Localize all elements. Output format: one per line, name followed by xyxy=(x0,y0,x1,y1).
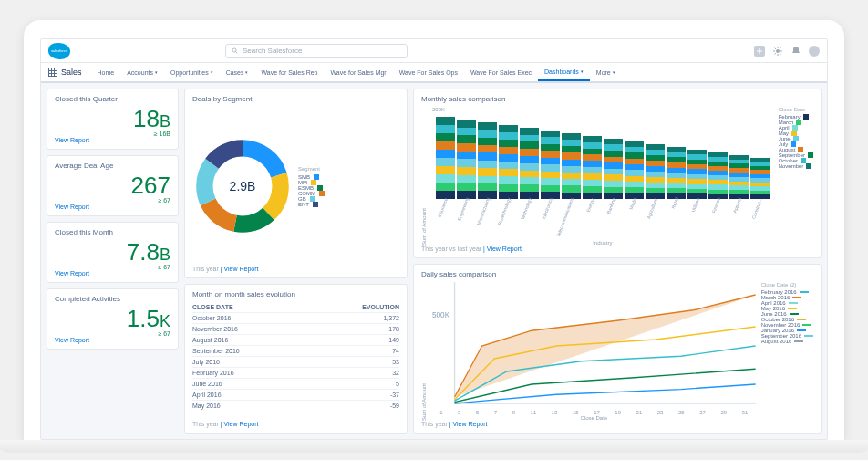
card-title: Deals by Segment xyxy=(192,95,399,103)
table-row[interactable]: October 20161,372 xyxy=(192,312,399,323)
cell-date: October 2016 xyxy=(192,315,231,321)
nav-item-more[interactable]: More▾ xyxy=(590,63,622,81)
nav-item-cases[interactable]: Cases▾ xyxy=(220,63,255,81)
svg-point-3 xyxy=(776,49,780,53)
nav-item-accounts[interactable]: Accounts▾ xyxy=(120,63,164,81)
bar xyxy=(562,133,581,199)
card-title: Average Deal Age xyxy=(55,162,170,170)
view-report-link[interactable]: View Report xyxy=(224,266,259,272)
bar xyxy=(478,122,497,199)
cell-value: 74 xyxy=(392,348,399,354)
nav-item-wave-for-sales-rep[interactable]: Wave for Sales Rep xyxy=(254,63,324,81)
nav-item-wave-for-sales-ops[interactable]: Wave For Sales Ops xyxy=(393,63,464,81)
metric-value: 1.5K xyxy=(55,307,170,330)
cell-date: September 2016 xyxy=(192,348,240,354)
segment-legend: Segment SMBMMESMBCOMMGBENT xyxy=(298,166,325,207)
bell-icon[interactable] xyxy=(790,46,801,57)
laptop-frame: salesforce Search Salesforce Sales HomeA… xyxy=(24,20,844,440)
chevron-down-icon: ▾ xyxy=(155,69,158,75)
view-report-link[interactable]: View Report xyxy=(55,270,170,277)
bar xyxy=(729,155,749,199)
table-row[interactable]: June 20165 xyxy=(192,378,399,389)
legend-swatch xyxy=(806,163,811,169)
line-chart: 500K xyxy=(432,282,756,410)
view-report-link[interactable]: View Report xyxy=(453,421,488,427)
cell-date: April 2016 xyxy=(192,392,222,398)
cell-date: May 2016 xyxy=(192,402,221,409)
salesforce-logo[interactable]: salesforce xyxy=(48,43,70,59)
card-completed: Completed Activities 1.5K ≥ 67 View Repo… xyxy=(46,288,179,350)
donut-chart: 2.9B xyxy=(192,136,293,236)
gear-icon[interactable] xyxy=(772,46,783,57)
bar xyxy=(541,131,560,199)
nav-item-wave-for-sales-exec[interactable]: Wave For Sales Exec xyxy=(464,63,538,81)
avatar[interactable] xyxy=(809,46,820,57)
table-row[interactable]: July 201653 xyxy=(192,356,399,367)
metric-sub: ≥ 16B xyxy=(55,131,170,137)
view-report-link[interactable]: View Report xyxy=(55,204,170,210)
table-row[interactable]: August 2016149 xyxy=(192,334,399,345)
view-report-link[interactable]: View Report xyxy=(224,421,259,427)
legend-item: ENT xyxy=(298,202,325,207)
card-evolution: Month on month sales evolution CLOSE DAT… xyxy=(184,284,408,434)
right-column: Monthly sales comparison Sum of Amount 2… xyxy=(413,89,822,434)
search-placeholder: Search Salesforce xyxy=(243,47,302,55)
legend-swatch xyxy=(319,191,325,196)
legend-swatch xyxy=(788,308,797,309)
cell-value: 5 xyxy=(396,381,399,387)
legend-swatch xyxy=(797,319,806,320)
cell-date: February 2016 xyxy=(192,370,234,376)
global-search[interactable]: Search Salesforce xyxy=(225,44,408,58)
card-monthly: Monthly sales comparison Sum of Amount 2… xyxy=(413,89,822,258)
legend-swatch xyxy=(797,329,806,331)
legend-title: Close Date xyxy=(779,107,813,112)
view-report-link[interactable]: View Report xyxy=(487,246,522,252)
cell-value: -37 xyxy=(390,392,399,398)
table-row[interactable]: April 2016-37 xyxy=(192,389,399,400)
y-tick: 500K xyxy=(432,310,450,319)
bar xyxy=(436,117,455,199)
bar xyxy=(499,125,518,199)
table-row[interactable]: November 2016178 xyxy=(192,323,399,334)
chevron-down-icon: ▾ xyxy=(613,69,615,75)
y-axis-label: Sum of Amount xyxy=(421,282,427,421)
screen: salesforce Search Salesforce Sales HomeA… xyxy=(40,38,828,440)
app-name: Sales xyxy=(61,68,82,77)
nav-item-wave-for-sales-mgr[interactable]: Wave for Sales Mgr xyxy=(324,63,392,81)
legend-item: November xyxy=(779,163,813,169)
svg-point-0 xyxy=(232,48,236,52)
nav-item-opportunities[interactable]: Opportunities▾ xyxy=(164,63,220,81)
bar xyxy=(520,128,539,199)
bar xyxy=(604,139,623,199)
card-title: Monthly sales comparison xyxy=(421,95,813,103)
table-row[interactable]: February 201632 xyxy=(192,367,399,378)
add-icon[interactable] xyxy=(754,46,765,57)
cell-value: 149 xyxy=(388,337,399,343)
donut-center-value: 2.9B xyxy=(192,136,293,236)
metric-value: 7.8B xyxy=(55,240,170,264)
nav-item-home[interactable]: Home xyxy=(91,63,121,81)
dashboard-grid: Closed this Quarter 18B ≥ 16B View Repor… xyxy=(41,83,827,439)
view-report-link[interactable]: View Report xyxy=(55,337,170,343)
view-report-link[interactable]: View Report xyxy=(55,137,170,143)
app-launcher-icon[interactable] xyxy=(48,68,57,77)
cell-value: 1,372 xyxy=(383,315,399,321)
col-close-date: CLOSE DATE xyxy=(192,304,233,310)
legend-swatch xyxy=(808,152,813,158)
metric-sub: ≥ 67 xyxy=(55,330,170,337)
bar xyxy=(646,144,665,199)
cell-value: 178 xyxy=(388,326,399,332)
foot-period: This year xyxy=(192,266,219,272)
chevron-down-icon: ▾ xyxy=(245,69,248,75)
legend-item: August 2016 xyxy=(761,339,813,344)
table-row[interactable]: September 201674 xyxy=(192,345,399,356)
card-avg-deal-age: Average Deal Age 267 ≥ 67 View Report xyxy=(46,155,179,216)
card-title: Month on month sales evolution xyxy=(192,290,399,298)
bar xyxy=(687,150,707,199)
evolution-table: CLOSE DATEEVOLUTION October 20161,372Nov… xyxy=(192,302,399,421)
search-icon xyxy=(232,47,239,55)
table-row[interactable]: May 2016-59 xyxy=(192,400,399,411)
bar xyxy=(708,152,728,199)
legend-title: Segment xyxy=(298,166,325,172)
nav-item-dashboards[interactable]: Dashboards▾ xyxy=(538,63,590,81)
